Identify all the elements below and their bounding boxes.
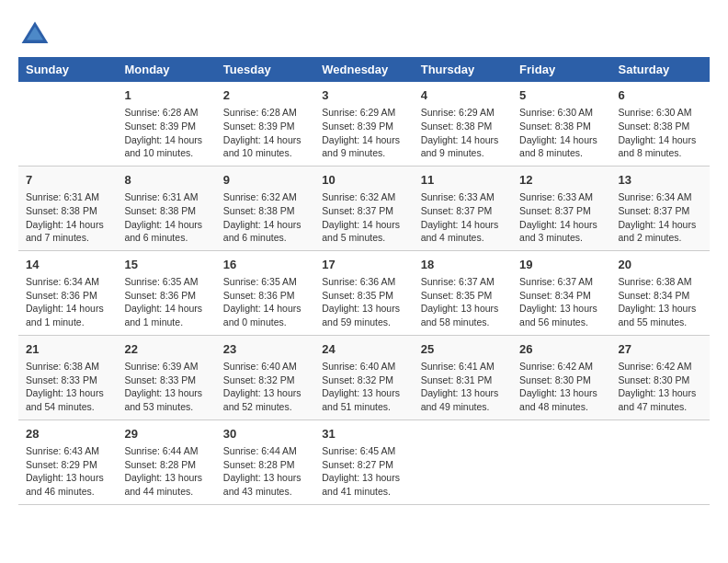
weekday-header: Monday: [117, 57, 215, 82]
day-info: Sunrise: 6:34 AM Sunset: 8:36 PM Dayligh…: [26, 275, 109, 329]
page-header: [18, 18, 710, 52]
calendar-cell: 5Sunrise: 6:30 AM Sunset: 8:38 PM Daylig…: [512, 82, 610, 166]
day-number: 17: [322, 257, 405, 273]
calendar-cell: 8Sunrise: 6:31 AM Sunset: 8:38 PM Daylig…: [117, 166, 215, 250]
calendar-body: 1Sunrise: 6:28 AM Sunset: 8:39 PM Daylig…: [18, 82, 710, 504]
day-info: Sunrise: 6:40 AM Sunset: 8:32 PM Dayligh…: [322, 360, 405, 414]
day-number: 5: [519, 87, 603, 104]
day-info: Sunrise: 6:39 AM Sunset: 8:33 PM Dayligh…: [124, 360, 208, 414]
calendar-cell: 2Sunrise: 6:28 AM Sunset: 8:39 PM Daylig…: [216, 82, 314, 166]
calendar-cell: 22Sunrise: 6:39 AM Sunset: 8:33 PM Dayli…: [117, 335, 215, 419]
calendar-week-row: 21Sunrise: 6:38 AM Sunset: 8:33 PM Dayli…: [18, 335, 710, 419]
day-info: Sunrise: 6:36 AM Sunset: 8:35 PM Dayligh…: [322, 275, 405, 329]
day-info: Sunrise: 6:32 AM Sunset: 8:37 PM Dayligh…: [322, 190, 405, 245]
day-info: Sunrise: 6:30 AM Sunset: 8:38 PM Dayligh…: [619, 106, 702, 160]
calendar-cell: 4Sunrise: 6:29 AM Sunset: 8:38 PM Daylig…: [414, 82, 512, 166]
day-number: 27: [619, 341, 702, 358]
calendar-cell: 24Sunrise: 6:40 AM Sunset: 8:32 PM Dayli…: [314, 335, 413, 419]
calendar-cell: 15Sunrise: 6:35 AM Sunset: 8:36 PM Dayli…: [117, 250, 215, 335]
day-number: 28: [26, 426, 109, 442]
day-number: 25: [421, 341, 505, 358]
day-info: Sunrise: 6:32 AM Sunset: 8:38 PM Dayligh…: [223, 190, 307, 245]
day-info: Sunrise: 6:33 AM Sunset: 8:37 PM Dayligh…: [519, 190, 603, 245]
day-number: 21: [26, 341, 109, 358]
weekday-header: Saturday: [611, 57, 710, 82]
day-number: 11: [421, 172, 505, 189]
calendar-cell: 20Sunrise: 6:38 AM Sunset: 8:34 PM Dayli…: [611, 250, 710, 335]
day-info: Sunrise: 6:35 AM Sunset: 8:36 PM Dayligh…: [223, 275, 307, 329]
day-number: 4: [421, 87, 505, 104]
weekday-header: Sunday: [18, 57, 117, 82]
day-info: Sunrise: 6:28 AM Sunset: 8:39 PM Dayligh…: [124, 106, 208, 160]
calendar-week-row: 14Sunrise: 6:34 AM Sunset: 8:36 PM Dayli…: [18, 250, 710, 335]
calendar-cell: 27Sunrise: 6:42 AM Sunset: 8:30 PM Dayli…: [611, 335, 710, 419]
day-info: Sunrise: 6:34 AM Sunset: 8:37 PM Dayligh…: [619, 190, 702, 245]
day-number: 19: [519, 257, 603, 273]
weekday-header: Wednesday: [314, 57, 413, 82]
day-info: Sunrise: 6:44 AM Sunset: 8:28 PM Dayligh…: [223, 444, 307, 499]
day-number: 1: [124, 87, 208, 104]
day-number: 6: [619, 87, 702, 104]
calendar-week-row: 28Sunrise: 6:43 AM Sunset: 8:29 PM Dayli…: [18, 419, 710, 504]
day-number: 29: [124, 426, 208, 442]
calendar-cell: 12Sunrise: 6:33 AM Sunset: 8:37 PM Dayli…: [512, 166, 610, 250]
calendar-cell: 9Sunrise: 6:32 AM Sunset: 8:38 PM Daylig…: [216, 166, 314, 250]
day-info: Sunrise: 6:30 AM Sunset: 8:38 PM Dayligh…: [519, 106, 603, 160]
calendar-cell: 23Sunrise: 6:40 AM Sunset: 8:32 PM Dayli…: [216, 335, 314, 419]
day-number: 10: [322, 172, 405, 189]
day-info: Sunrise: 6:29 AM Sunset: 8:38 PM Dayligh…: [421, 106, 505, 160]
day-info: Sunrise: 6:43 AM Sunset: 8:29 PM Dayligh…: [26, 444, 109, 499]
calendar-cell: 17Sunrise: 6:36 AM Sunset: 8:35 PM Dayli…: [314, 250, 413, 335]
day-number: 9: [223, 172, 307, 189]
day-info: Sunrise: 6:33 AM Sunset: 8:37 PM Dayligh…: [421, 190, 505, 245]
calendar-cell: [414, 419, 512, 504]
day-number: 13: [619, 172, 702, 189]
calendar-week-row: 7Sunrise: 6:31 AM Sunset: 8:38 PM Daylig…: [18, 166, 710, 250]
day-number: 26: [519, 341, 603, 358]
weekday-header: Tuesday: [216, 57, 314, 82]
day-info: Sunrise: 6:37 AM Sunset: 8:34 PM Dayligh…: [519, 275, 603, 329]
calendar-cell: 3Sunrise: 6:29 AM Sunset: 8:39 PM Daylig…: [314, 82, 413, 166]
day-number: 24: [322, 341, 405, 358]
calendar-week-row: 1Sunrise: 6:28 AM Sunset: 8:39 PM Daylig…: [18, 82, 710, 166]
calendar-cell: 14Sunrise: 6:34 AM Sunset: 8:36 PM Dayli…: [18, 250, 117, 335]
calendar-cell: 26Sunrise: 6:42 AM Sunset: 8:30 PM Dayli…: [512, 335, 610, 419]
calendar-cell: 16Sunrise: 6:35 AM Sunset: 8:36 PM Dayli…: [216, 250, 314, 335]
day-number: 3: [322, 87, 405, 104]
calendar-cell: [611, 419, 710, 504]
day-info: Sunrise: 6:38 AM Sunset: 8:33 PM Dayligh…: [26, 360, 109, 414]
calendar-cell: 18Sunrise: 6:37 AM Sunset: 8:35 PM Dayli…: [414, 250, 512, 335]
calendar-cell: 29Sunrise: 6:44 AM Sunset: 8:28 PM Dayli…: [117, 419, 215, 504]
weekday-header: Thursday: [414, 57, 512, 82]
day-info: Sunrise: 6:35 AM Sunset: 8:36 PM Dayligh…: [124, 275, 208, 329]
logo: [18, 18, 55, 52]
day-info: Sunrise: 6:42 AM Sunset: 8:30 PM Dayligh…: [519, 360, 603, 414]
day-info: Sunrise: 6:37 AM Sunset: 8:35 PM Dayligh…: [421, 275, 505, 329]
weekday-header: Friday: [512, 57, 610, 82]
day-number: 20: [619, 257, 702, 273]
day-info: Sunrise: 6:38 AM Sunset: 8:34 PM Dayligh…: [619, 275, 702, 329]
day-number: 22: [124, 341, 208, 358]
calendar-cell: 28Sunrise: 6:43 AM Sunset: 8:29 PM Dayli…: [18, 419, 117, 504]
day-number: 23: [223, 341, 307, 358]
calendar-cell: 1Sunrise: 6:28 AM Sunset: 8:39 PM Daylig…: [117, 82, 215, 166]
calendar-cell: 25Sunrise: 6:41 AM Sunset: 8:31 PM Dayli…: [414, 335, 512, 419]
day-number: 15: [124, 257, 208, 273]
day-number: 7: [26, 172, 109, 189]
day-number: 16: [223, 257, 307, 273]
day-info: Sunrise: 6:41 AM Sunset: 8:31 PM Dayligh…: [421, 360, 505, 414]
calendar-cell: [18, 82, 117, 166]
day-info: Sunrise: 6:28 AM Sunset: 8:39 PM Dayligh…: [223, 106, 307, 160]
day-info: Sunrise: 6:29 AM Sunset: 8:39 PM Dayligh…: [322, 106, 405, 160]
day-number: 18: [421, 257, 505, 273]
day-number: 12: [519, 172, 603, 189]
calendar-cell: 11Sunrise: 6:33 AM Sunset: 8:37 PM Dayli…: [414, 166, 512, 250]
calendar-cell: 31Sunrise: 6:45 AM Sunset: 8:27 PM Dayli…: [314, 419, 413, 504]
calendar-cell: 19Sunrise: 6:37 AM Sunset: 8:34 PM Dayli…: [512, 250, 610, 335]
day-info: Sunrise: 6:44 AM Sunset: 8:28 PM Dayligh…: [124, 444, 208, 499]
calendar-table: SundayMondayTuesdayWednesdayThursdayFrid…: [18, 57, 710, 505]
calendar-cell: 6Sunrise: 6:30 AM Sunset: 8:38 PM Daylig…: [611, 82, 710, 166]
weekday-row: SundayMondayTuesdayWednesdayThursdayFrid…: [18, 57, 710, 82]
calendar-header: SundayMondayTuesdayWednesdayThursdayFrid…: [18, 57, 710, 82]
day-info: Sunrise: 6:45 AM Sunset: 8:27 PM Dayligh…: [322, 444, 405, 499]
